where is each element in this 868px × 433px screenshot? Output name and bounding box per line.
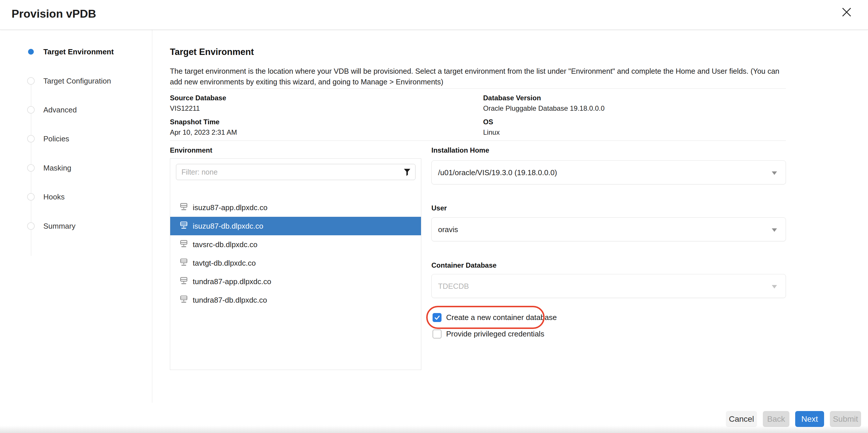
info-value: Oracle Pluggable Database 19.18.0.0.0 [483, 104, 743, 113]
host-icon [180, 203, 188, 212]
environment-name: isuzu87-app.dlpxdc.co [193, 203, 268, 212]
info-label: Database Version [483, 94, 743, 102]
container-database-value: TDECDB [438, 274, 469, 298]
checkbox-label: Create a new container database [446, 313, 557, 322]
environment-name: tundra87-db.dlpxdc.co [193, 296, 267, 305]
info-value: Linux [483, 128, 743, 136]
chevron-down-icon [772, 172, 777, 175]
environment-name: isuzu87-db.dlpxdc.co [193, 222, 263, 231]
info-snapshot-time: Snapshot Time Apr 10, 2023 2:31 AM [170, 118, 430, 136]
footer-button-bar: Cancel Back Next Submit [726, 411, 861, 427]
container-database-select: TDECDB [431, 274, 786, 298]
step-hooks[interactable]: Hooks [0, 190, 150, 203]
info-os: OS Linux [483, 118, 743, 136]
environment-filter-input[interactable] [176, 164, 415, 180]
info-value: VIS12211 [170, 104, 430, 113]
step-policies[interactable]: Policies [0, 132, 150, 145]
back-button: Back [763, 411, 789, 427]
step-dot [27, 193, 35, 200]
environment-item[interactable]: tavsrc-db.dlpxdc.co [170, 235, 421, 254]
filter-funnel-icon[interactable] [403, 168, 411, 178]
step-dot-active [28, 49, 34, 55]
environment-item-selected[interactable]: isuzu87-db.dlpxdc.co [170, 217, 421, 235]
step-label: Summary [43, 220, 75, 233]
checkbox-label: Provide privileged credentials [446, 330, 545, 338]
host-icon [180, 296, 188, 305]
step-dot [27, 77, 35, 85]
next-button[interactable]: Next [795, 411, 824, 427]
environment-item[interactable]: tavtgt-db.dlpxdc.co [170, 254, 421, 272]
checkbox-checked-icon [433, 313, 441, 322]
user-value: oravis [438, 218, 458, 242]
provide-privileged-credentials-checkbox[interactable]: Provide privileged credentials [433, 330, 545, 338]
step-dot [27, 222, 35, 230]
info-label: Snapshot Time [170, 118, 430, 126]
info-database-version: Database Version Oracle Pluggable Databa… [483, 94, 743, 113]
installation-home-label: Installation Home [431, 146, 489, 154]
host-icon [180, 240, 188, 249]
page-description: The target environment is the location w… [170, 66, 788, 87]
environment-label: Environment [170, 146, 212, 154]
environment-name: tavtgt-db.dlpxdc.co [193, 259, 256, 268]
host-icon [180, 221, 188, 231]
step-summary[interactable]: Summary [0, 220, 150, 233]
step-label: Masking [43, 162, 71, 174]
environment-item[interactable]: tundra87-db.dlpxdc.co [170, 291, 421, 309]
step-advanced[interactable]: Advanced [0, 103, 150, 116]
step-label: Target Environment [43, 45, 114, 58]
divider [170, 88, 786, 89]
step-label: Advanced [43, 103, 77, 116]
info-value: Apr 10, 2023 2:31 AM [170, 128, 430, 136]
divider [170, 141, 786, 141]
dialog-header: Provision vPDB [0, 0, 868, 30]
user-label: User [431, 204, 447, 212]
step-label: Target Configuration [43, 74, 111, 87]
bottom-edge-shadow [0, 426, 868, 433]
installation-home-select[interactable]: /u01/oracle/VIS/19.3.0 (19.18.0.0.0) [431, 160, 786, 184]
step-target-environment[interactable]: Target Environment [0, 45, 150, 58]
wizard-stepper: Target Environment Target Configuration … [0, 30, 152, 403]
environment-name: tavsrc-db.dlpxdc.co [193, 240, 257, 249]
environment-item[interactable]: isuzu87-app.dlpxdc.co [170, 198, 421, 217]
create-new-container-db-checkbox[interactable]: Create a new container database [433, 313, 557, 322]
chevron-down-icon [772, 285, 777, 288]
host-icon [180, 277, 188, 286]
user-select[interactable]: oravis [431, 217, 786, 241]
info-label: Source Database [170, 94, 430, 102]
page-title: Target Environment [170, 47, 254, 57]
step-target-configuration[interactable]: Target Configuration [0, 74, 150, 87]
step-label: Policies [43, 132, 69, 145]
close-icon[interactable] [839, 5, 854, 20]
info-label: OS [483, 118, 743, 126]
step-dot [27, 164, 35, 172]
step-dot [27, 106, 35, 114]
environment-name: tundra87-app.dlpxdc.co [193, 277, 271, 286]
container-database-label: Container Database [431, 261, 496, 269]
environment-item[interactable]: tundra87-app.dlpxdc.co [170, 272, 421, 291]
checkbox-unchecked-icon [433, 330, 441, 338]
chevron-down-icon [772, 228, 777, 232]
cancel-button[interactable]: Cancel [726, 411, 757, 427]
step-dot [27, 135, 35, 143]
step-masking[interactable]: Masking [0, 162, 150, 174]
dialog-title: Provision vPDB [11, 0, 96, 30]
submit-button: Submit [830, 411, 861, 427]
host-icon [180, 258, 188, 268]
step-label: Hooks [43, 190, 65, 203]
info-source-database: Source Database VIS12211 [170, 94, 430, 113]
installation-home-value: /u01/oracle/VIS/19.3.0 (19.18.0.0.0) [438, 161, 557, 185]
environment-list-panel: isuzu87-app.dlpxdc.co isuzu87-db.dlpxdc.… [170, 158, 421, 370]
